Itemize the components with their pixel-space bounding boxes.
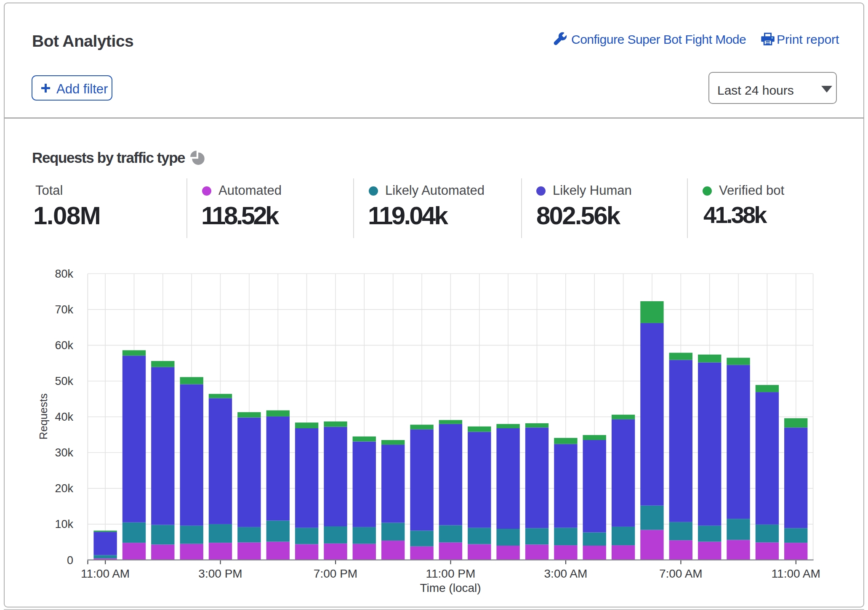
- svg-text:60k: 60k: [55, 339, 73, 352]
- svg-text:10k: 10k: [55, 518, 73, 530]
- svg-text:3:00 PM: 3:00 PM: [198, 567, 242, 580]
- svg-text:40k: 40k: [55, 411, 73, 423]
- svg-text:20k: 20k: [55, 482, 73, 495]
- svg-text:3:00 AM: 3:00 AM: [544, 567, 588, 580]
- svg-text:7:00 PM: 7:00 PM: [314, 567, 357, 580]
- svg-text:11:00 AM: 11:00 AM: [81, 567, 130, 580]
- svg-text:70k: 70k: [55, 303, 73, 316]
- svg-text:Time (local): Time (local): [420, 581, 481, 594]
- svg-text:0: 0: [67, 554, 73, 567]
- svg-text:7:00 AM: 7:00 AM: [659, 567, 703, 580]
- svg-text:30k: 30k: [55, 446, 73, 459]
- svg-text:11:00 AM: 11:00 AM: [772, 567, 820, 580]
- svg-text:80k: 80k: [55, 268, 73, 280]
- svg-text:11:00 PM: 11:00 PM: [426, 567, 476, 580]
- svg-text:Requests: Requests: [37, 393, 50, 440]
- svg-text:50k: 50k: [55, 375, 73, 387]
